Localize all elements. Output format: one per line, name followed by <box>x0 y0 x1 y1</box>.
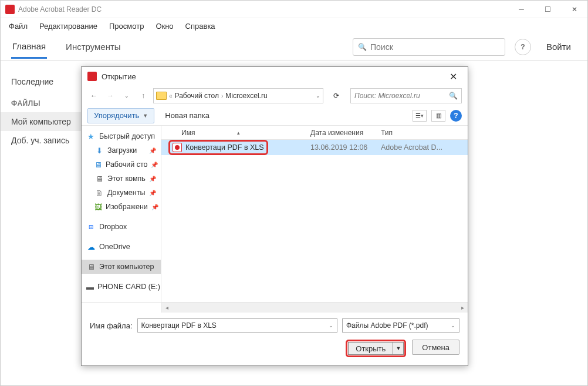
close-button[interactable]: ✕ <box>561 1 587 18</box>
tree-thispc[interactable]: 🖥Этот компьютер <box>82 260 161 274</box>
pin-icon: 📌 <box>151 162 158 168</box>
tree-images[interactable]: 🖼Изображени📌 <box>82 200 161 214</box>
crumb-desktop[interactable]: Рабочий стол <box>175 92 219 100</box>
menu-help[interactable]: Справка <box>182 19 219 33</box>
menu-edit[interactable]: Редактирование <box>36 19 101 33</box>
path-dropdown-icon[interactable]: ⌄ <box>316 93 320 99</box>
nav-recent-button[interactable]: ⌄ <box>120 89 133 102</box>
pc-icon: 🖥 <box>86 262 96 271</box>
view-controls: ☰ ▾ ▥ ? <box>413 110 462 122</box>
tree-downloads[interactable]: ⬇Загрузки📌 <box>82 143 161 157</box>
col-name[interactable]: Имя▴ <box>161 129 310 137</box>
preview-pane-button[interactable]: ▥ <box>431 110 445 122</box>
tree-label: Изображени <box>106 203 148 211</box>
new-folder-button[interactable]: Новая папка <box>165 111 209 120</box>
col-date[interactable]: Дата изменения <box>310 129 381 137</box>
search-icon: 🔍 <box>358 43 367 51</box>
dialog-help-button[interactable]: ? <box>450 110 462 122</box>
search-input[interactable] <box>370 42 500 52</box>
dialog-search-box[interactable]: 🔍 <box>350 88 462 103</box>
onedrive-icon: ☁ <box>86 242 96 251</box>
file-row[interactable]: Конвертаци PDF в XLS 13.06.2019 12:06 Ad… <box>161 140 468 155</box>
sidebar-add-account[interactable]: Доб. уч. запись <box>11 131 72 150</box>
chevron-down-icon[interactable]: ⌄ <box>329 323 333 328</box>
titlebar: Adobe Acrobat Reader DC ─ ☐ ✕ <box>1 1 587 18</box>
dropbox-icon: ⧈ <box>86 222 96 231</box>
path-box[interactable]: « Рабочий стол › Microexcel.ru ⌄ <box>153 88 323 103</box>
tree-thispc-short[interactable]: 🖥Этот компь📌 <box>82 172 161 186</box>
sidebar-files-heading: ФАЙЛЫ <box>11 99 72 108</box>
window-controls: ─ ☐ ✕ <box>508 1 587 18</box>
toolbar: Главная Инструменты 🔍 ? Войти <box>1 33 587 61</box>
image-icon: 🖼 <box>94 202 102 212</box>
pin-icon: 📌 <box>149 190 156 196</box>
dialog-icon <box>87 72 97 81</box>
chevron-down-icon: ⌄ <box>451 323 455 328</box>
horizontal-scrollbar[interactable]: ◂ ▸ <box>82 302 468 313</box>
dialog-footer: Имя файла: Конвертаци PDF в XLS ⌄ Файлы … <box>82 313 468 365</box>
menu-view[interactable]: Просмотр <box>106 19 147 33</box>
pin-icon: 📌 <box>149 147 156 154</box>
organize-button[interactable]: Упорядочить ▼ <box>87 108 154 123</box>
chevron-down-icon: ▼ <box>143 113 148 119</box>
view-mode-button[interactable]: ☰ ▾ <box>413 110 427 122</box>
nav-forward-button[interactable]: → <box>104 89 117 102</box>
crumb-sep: « <box>169 93 173 99</box>
pin-icon: 📌 <box>149 176 156 182</box>
tree-label: Dropbox <box>99 223 127 231</box>
highlight-annotation: Конвертаци PDF в XLS <box>168 140 268 155</box>
tree-documents[interactable]: 🗎Документы📌 <box>82 186 161 200</box>
tree-label: OneDrive <box>99 243 130 251</box>
column-headers: Имя▴ Дата изменения Тип <box>161 126 468 140</box>
menu-file[interactable]: Файл <box>5 19 31 33</box>
pc-icon: 🖥 <box>94 174 104 183</box>
open-dialog: Открытие ✕ ← → ⌄ ↑ « Рабочий стол › Micr… <box>81 66 468 366</box>
tree-quick-access[interactable]: ★Быстрый доступ <box>82 129 161 143</box>
document-icon: 🗎 <box>94 188 104 197</box>
filetype-select[interactable]: Файлы Adobe PDF (*.pdf) ⌄ <box>342 318 459 333</box>
tree-label: PHONE CARD (E:) <box>97 283 160 291</box>
tree-phone-card[interactable]: ▬PHONE CARD (E:) <box>82 280 161 294</box>
file-type: Adobe Acrobat D... <box>381 143 468 152</box>
desktop-icon: 🖥 <box>94 160 102 169</box>
tab-home[interactable]: Главная <box>11 35 47 59</box>
file-pane: Имя▴ Дата изменения Тип Конвертаци PDF в… <box>161 126 468 302</box>
refresh-button[interactable]: ⟳ <box>329 89 343 103</box>
tree-dropbox[interactable]: ⧈Dropbox <box>82 220 161 234</box>
nav-back-button[interactable]: ← <box>87 89 100 102</box>
tree-desktop[interactable]: 🖥Рабочий сто📌 <box>82 157 161 172</box>
tree-label: Быстрый доступ <box>99 132 155 140</box>
col-type[interactable]: Тип <box>381 129 468 137</box>
pin-icon: 📌 <box>151 204 158 210</box>
dialog-search-input[interactable] <box>354 92 449 100</box>
dialog-toolbar: Упорядочить ▼ Новая папка ☰ ▾ ▥ ? <box>82 106 468 126</box>
minimize-button[interactable]: ─ <box>508 1 535 18</box>
scroll-left-button[interactable]: ◂ <box>161 303 172 313</box>
maximize-button[interactable]: ☐ <box>535 1 561 18</box>
help-button[interactable]: ? <box>515 39 531 55</box>
open-split-button[interactable]: ▼ <box>393 342 404 355</box>
filename-input[interactable]: Конвертаци PDF в XLS ⌄ <box>137 318 337 333</box>
menu-window[interactable]: Окно <box>152 19 177 33</box>
tab-tools[interactable]: Инструменты <box>65 36 122 58</box>
tree-onedrive[interactable]: ☁OneDrive <box>82 240 161 254</box>
crumb-folder[interactable]: Microexcel.ru <box>225 92 267 100</box>
scroll-track[interactable] <box>172 303 457 313</box>
open-button[interactable]: Открыть <box>348 342 393 355</box>
filename-value: Конвертаци PDF в XLS <box>141 321 217 330</box>
scroll-right-button[interactable]: ▸ <box>457 303 468 313</box>
dialog-close-button[interactable]: ✕ <box>445 69 462 85</box>
search-box[interactable]: 🔍 <box>353 38 505 56</box>
highlight-annotation: Открыть ▼ <box>346 340 406 357</box>
download-icon: ⬇ <box>94 146 104 155</box>
sidebar-my-computer[interactable]: Мой компьютер <box>1 112 83 131</box>
crumb-arrow1: › <box>221 93 223 99</box>
cancel-button[interactable]: Отмена <box>412 340 459 355</box>
folder-tree: ★Быстрый доступ ⬇Загрузки📌 🖥Рабочий сто📌… <box>82 126 161 302</box>
nav-up-button[interactable]: ↑ <box>137 89 150 102</box>
dialog-body: ★Быстрый доступ ⬇Загрузки📌 🖥Рабочий сто📌… <box>82 126 468 302</box>
sidebar-recent[interactable]: Последние <box>11 72 72 91</box>
tree-label: Этот компь <box>107 174 146 183</box>
dialog-title: Открытие <box>102 72 445 81</box>
signin-button[interactable]: Войти <box>540 38 577 55</box>
